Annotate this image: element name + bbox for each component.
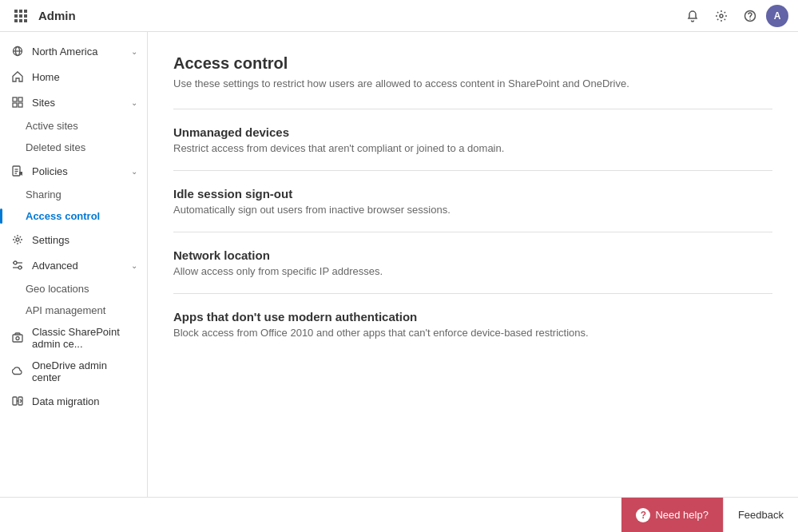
svg-marker-23 (19, 172, 22, 176)
chevron-down-icon-sites: ⌄ (131, 98, 137, 107)
section-network-location-desc: Allow access only from specific IP addre… (173, 265, 772, 277)
svg-rect-15 (13, 97, 17, 101)
svg-point-9 (720, 14, 723, 18)
sidebar-region-label: North America (32, 46, 131, 58)
waffle-icon[interactable] (10, 5, 32, 27)
section-apps-no-modern-auth: Apps that don't use modern authenticatio… (173, 294, 772, 355)
chevron-down-icon-policies: ⌄ (131, 167, 137, 176)
topbar: Admin A (0, 0, 798, 32)
sidebar-item-policies-label: Policies (32, 165, 131, 177)
sidebar-item-geo-locations-label: Geo locations (26, 283, 137, 295)
sidebar-item-settings-label: Settings (32, 234, 137, 246)
section-unmanaged-devices: Unmanaged devices Restrict access from d… (173, 109, 772, 171)
sidebar-item-access-control-label: Access control (26, 210, 137, 222)
section-unmanaged-devices-desc: Restrict access from devices that aren't… (173, 142, 772, 154)
sidebar-item-api-management-label: API management (26, 304, 137, 316)
sidebar-item-active-sites[interactable]: Active sites (0, 115, 147, 137)
advanced-icon (10, 257, 26, 273)
sidebar-item-settings[interactable]: Settings (0, 227, 147, 252)
sidebar-item-sites[interactable]: Sites ⌄ (0, 89, 147, 115)
sidebar-item-classic-sp-label: Classic SharePoint admin ce... (32, 326, 137, 350)
svg-point-11 (749, 18, 751, 20)
feedback-label: Feedback (738, 509, 784, 521)
svg-point-24 (16, 238, 19, 241)
svg-rect-5 (24, 14, 27, 18)
sidebar-item-advanced-label: Advanced (32, 260, 131, 272)
sidebar-item-advanced[interactable]: Advanced ⌄ (0, 252, 147, 278)
sidebar-item-deleted-sites-label: Deleted sites (26, 141, 137, 153)
sidebar-item-geo-locations[interactable]: Geo locations (0, 278, 147, 300)
main-content: Access control Use these settings to res… (148, 32, 798, 497)
classic-sp-icon (10, 330, 26, 346)
section-network-location-title[interactable]: Network location (173, 248, 772, 262)
sidebar-item-access-control[interactable]: Access control (0, 205, 147, 227)
sites-icon (10, 94, 26, 110)
sidebar-item-active-sites-label: Active sites (26, 120, 137, 132)
sidebar-item-onedrive-label: OneDrive admin center (32, 359, 137, 383)
svg-rect-8 (24, 19, 27, 22)
migration-icon (10, 393, 26, 409)
sidebar-region[interactable]: North America ⌄ (0, 38, 147, 64)
sidebar-item-policies[interactable]: Policies ⌄ (0, 158, 147, 184)
svg-point-32 (16, 337, 19, 340)
svg-rect-18 (18, 103, 22, 107)
sidebar-item-deleted-sites[interactable]: Deleted sites (0, 137, 147, 158)
svg-rect-4 (19, 14, 22, 18)
svg-rect-0 (14, 10, 18, 13)
sidebar: North America ⌄ Home Sites (0, 32, 148, 497)
sidebar-item-classic-sp[interactable]: Classic SharePoint admin ce... (0, 321, 147, 355)
chevron-down-icon-advanced: ⌄ (131, 261, 137, 270)
sidebar-item-home[interactable]: Home (0, 64, 147, 89)
section-apps-no-modern-auth-desc: Block access from Office 2010 and other … (173, 327, 772, 339)
section-unmanaged-devices-title[interactable]: Unmanaged devices (173, 125, 772, 139)
sidebar-item-sites-label: Sites (32, 97, 131, 109)
svg-rect-17 (13, 103, 17, 107)
settings-nav-icon (10, 232, 26, 248)
section-idle-session-title[interactable]: Idle session sign-out (173, 187, 772, 200)
svg-point-26 (18, 266, 22, 269)
svg-point-25 (14, 261, 17, 264)
sidebar-item-sharing[interactable]: Sharing (0, 184, 147, 205)
globe-icon (10, 43, 26, 59)
help-icon[interactable] (737, 3, 763, 29)
section-idle-session: Idle session sign-out Automatically sign… (173, 171, 772, 232)
avatar[interactable]: A (766, 5, 788, 27)
need-help-button[interactable]: ? Need help? (621, 498, 723, 532)
page-subtitle: Use these settings to restrict how users… (173, 77, 772, 89)
bottombar: ? Need help? Feedback (0, 497, 798, 532)
svg-rect-16 (18, 97, 22, 101)
sidebar-item-sharing-label: Sharing (26, 189, 137, 200)
svg-rect-6 (14, 19, 18, 22)
svg-rect-33 (13, 397, 17, 405)
app-title: Admin (38, 9, 680, 22)
topbar-actions: A (680, 3, 788, 29)
svg-rect-2 (24, 10, 27, 13)
policies-icon (10, 163, 26, 179)
onedrive-icon (10, 363, 26, 379)
section-apps-no-modern-auth-title[interactable]: Apps that don't use modern authenticatio… (173, 310, 772, 324)
sidebar-item-api-management[interactable]: API management (0, 300, 147, 321)
sidebar-item-home-label: Home (32, 71, 137, 83)
svg-rect-3 (14, 14, 18, 18)
sidebar-item-onedrive[interactable]: OneDrive admin center (0, 355, 147, 388)
chevron-down-icon: ⌄ (131, 47, 137, 56)
settings-icon[interactable] (709, 3, 734, 29)
svg-rect-31 (13, 335, 22, 342)
notification-icon[interactable] (680, 3, 705, 29)
section-idle-session-desc: Automatically sign out users from inacti… (173, 204, 772, 216)
svg-rect-7 (19, 19, 22, 22)
main-layout: North America ⌄ Home Sites (0, 32, 798, 497)
svg-rect-1 (19, 10, 22, 13)
sidebar-item-data-migration-label: Data migration (32, 395, 137, 407)
sidebar-item-data-migration[interactable]: Data migration (0, 388, 147, 414)
need-help-icon: ? (636, 508, 650, 522)
home-icon (10, 69, 26, 85)
feedback-button[interactable]: Feedback (723, 498, 798, 532)
need-help-label: Need help? (655, 509, 709, 521)
section-network-location: Network location Allow access only from … (173, 232, 772, 294)
page-title: Access control (173, 54, 772, 73)
